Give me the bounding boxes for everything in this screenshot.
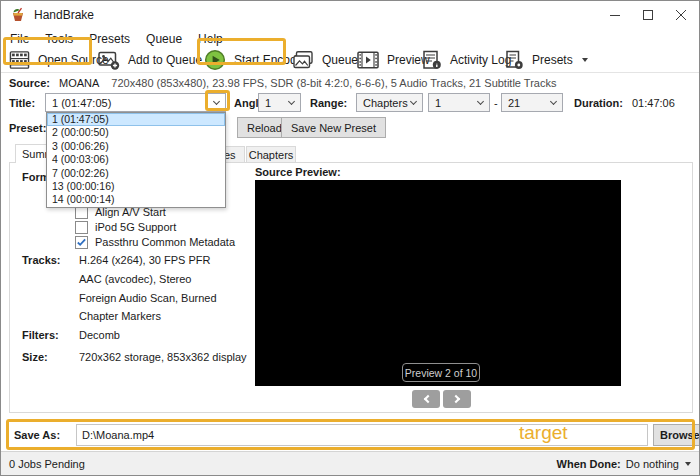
preview-button[interactable]: Preview	[357, 48, 430, 72]
when-done-dropdown[interactable]: When Done: Do nothing	[557, 458, 691, 470]
chevron-down-icon	[550, 98, 557, 105]
source-details: 720x480 (853x480), 23.98 FPS, SDR (8-bit…	[111, 77, 556, 89]
browse-button-label: Browse	[660, 429, 700, 441]
checkbox-label: Passthru Common Metadata	[95, 236, 235, 248]
ipod-5g-checkbox[interactable]	[75, 221, 88, 234]
preview-counter-label: Preview 2 of 10	[405, 367, 477, 379]
activity-log-label: Activity Log	[450, 53, 511, 67]
tracks-label: Tracks:	[22, 254, 61, 266]
size-value: 720x362 storage, 853x362 display	[79, 351, 247, 363]
source-preview-label: Source Preview:	[255, 166, 341, 178]
duration-label: Duration:	[574, 97, 623, 109]
preview-counter-chip[interactable]: Preview 2 of 10	[402, 363, 480, 382]
jobs-pending-status: 0 Jobs Pending	[9, 458, 85, 470]
when-done-label: When Done:	[557, 458, 621, 470]
reload-button-label: Reload	[247, 122, 282, 134]
open-source-button[interactable]: Open Source	[9, 48, 109, 72]
range-label: Range:	[310, 97, 347, 109]
save-new-preset-button[interactable]: Save New Preset	[281, 117, 386, 138]
range-type-combobox[interactable]: Chapters	[356, 93, 423, 112]
save-new-preset-label: Save New Preset	[291, 122, 376, 134]
passthru-metadata-checkbox[interactable]	[75, 236, 88, 249]
range-separator: -	[494, 97, 498, 109]
tab-chapters[interactable]: Chapters	[246, 146, 296, 163]
title-dropdown-option[interactable]: 14 (00:00:14)	[47, 193, 225, 206]
titlebar: HandBrake	[1, 1, 699, 29]
source-name: MOANA	[59, 77, 99, 89]
title-dropdown-option[interactable]: 3 (00:06:26)	[47, 140, 225, 153]
window-controls	[598, 1, 697, 29]
queue-button[interactable]: Queue	[292, 48, 358, 72]
duration-value: 01:47:06	[632, 97, 675, 109]
queue-label: Queue	[322, 53, 358, 67]
menu-presets[interactable]: Presets	[81, 32, 138, 46]
preset-label: Preset:	[9, 122, 46, 134]
menu-tools[interactable]: Tools	[37, 32, 81, 46]
maximize-button[interactable]	[631, 1, 664, 29]
filters-value: Decomb	[79, 329, 120, 341]
title-dropdown-option[interactable]: 1 (01:47:05)	[47, 113, 225, 126]
chevron-down-icon	[213, 98, 220, 105]
tab-chapters-label: Chapters	[249, 149, 294, 161]
start-encode-button[interactable]: Start Encode	[204, 48, 303, 72]
angle-combobox-value: 1	[265, 97, 271, 109]
range-from-combobox[interactable]: 1	[428, 93, 490, 112]
handbrake-window: HandBrake File Tools Presets Queue Help	[0, 0, 700, 476]
minimize-button[interactable]	[598, 1, 631, 29]
check-icon	[76, 237, 87, 248]
chevron-down-icon	[582, 58, 588, 62]
next-preview-button[interactable]	[443, 390, 471, 408]
menu-file[interactable]: File	[2, 32, 37, 46]
presets-button[interactable]: Presets	[504, 48, 588, 72]
checkbox-row-passthru-metadata[interactable]: Passthru Common Metadata	[75, 235, 235, 249]
minimize-icon	[610, 10, 620, 20]
title-dropdown-option[interactable]: 2 (00:00:50)	[47, 126, 225, 139]
statusbar: 0 Jobs Pending When Done: Do nothing	[1, 451, 699, 475]
range-to-combobox[interactable]: 21	[501, 93, 563, 112]
source-info-row: Source: MOANA 720x480 (853x480), 23.98 F…	[9, 75, 695, 90]
photo-stack-icon	[292, 50, 314, 70]
track-line: Chapter Markers	[79, 310, 161, 322]
checkbox-label: Align A/V Start	[95, 206, 166, 218]
filters-label: Filters:	[22, 329, 59, 341]
title-dropdown-list: 1 (01:47:05) 2 (00:00:50) 3 (00:06:26) 4…	[46, 112, 226, 208]
angle-combobox[interactable]: 1	[258, 93, 301, 112]
window-title: HandBrake	[34, 8, 94, 22]
range-type-value: Chapters	[363, 97, 408, 109]
title-dropdown-option[interactable]: 7 (00:02:26)	[47, 167, 225, 180]
log-info-icon	[422, 50, 442, 70]
play-circle-icon	[204, 49, 226, 71]
title-label: Title:	[9, 97, 35, 109]
track-line: AAC (avcodec), Stereo	[79, 273, 192, 285]
add-to-queue-button[interactable]: Add to Queue	[98, 48, 217, 72]
menu-help[interactable]: Help	[190, 32, 231, 46]
film-frame-icon	[357, 51, 379, 69]
handbrake-logo-icon	[10, 7, 26, 23]
activity-log-button[interactable]: Activity Log	[422, 48, 511, 72]
range-to-value: 21	[508, 97, 520, 109]
source-preview-image: Preview 2 of 10	[255, 180, 621, 386]
title-dropdown-option[interactable]: 13 (00:00:16)	[47, 180, 225, 193]
save-as-input[interactable]	[76, 424, 648, 446]
previous-preview-button[interactable]	[412, 390, 440, 408]
close-icon	[676, 10, 686, 20]
save-as-label: Save As:	[14, 429, 60, 441]
checkbox-row-ipod-5g[interactable]: iPod 5G Support	[75, 220, 176, 234]
title-combobox[interactable]: 1 (01:47:05)	[45, 93, 226, 112]
presets-label: Presets	[532, 53, 573, 67]
document-gear-icon	[504, 50, 524, 70]
menubar: File Tools Presets Queue Help	[1, 29, 699, 48]
title-combobox-value: 1 (01:47:05)	[52, 97, 111, 109]
chevron-down-icon	[410, 98, 417, 105]
source-label: Source:	[9, 77, 50, 89]
size-label: Size:	[22, 351, 48, 363]
browse-button[interactable]: Browse	[653, 424, 700, 446]
maximize-icon	[643, 10, 653, 20]
range-from-value: 1	[435, 97, 441, 109]
film-slate-icon	[9, 50, 30, 70]
title-dropdown-option[interactable]: 4 (00:03:06)	[47, 153, 225, 166]
toolbar: Open Source Add to Queue Start Encode	[1, 48, 699, 73]
close-button[interactable]	[664, 1, 697, 29]
when-done-value: Do nothing	[626, 458, 679, 470]
menu-queue[interactable]: Queue	[138, 32, 190, 46]
